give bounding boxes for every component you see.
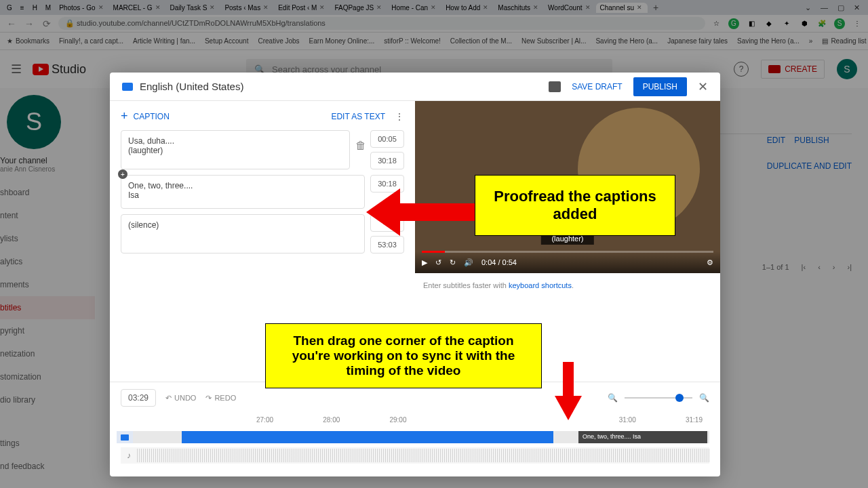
keyboard-hint: Enter subtitles faster with keyboard sho…: [415, 273, 720, 298]
modal-header: English (United States) SAVE DRAFT PUBLI…: [110, 73, 720, 101]
feedback-icon[interactable]: [549, 81, 561, 92]
subtitle-track-icon: [117, 431, 133, 443]
video-time: 0:04 / 0:54: [481, 258, 517, 266]
arrow-left-icon: [366, 188, 475, 236]
publish-button[interactable]: PUBLISH: [633, 77, 687, 96]
more-icon[interactable]: ⋮: [395, 111, 404, 122]
caption-block[interactable]: One, two, three.... Isa: [578, 431, 707, 443]
save-draft-button[interactable]: SAVE DRAFT: [572, 82, 622, 92]
annotation-callout: Then drag one corner of the caption you'…: [265, 323, 542, 388]
add-caption-button[interactable]: +CAPTION: [121, 109, 170, 123]
caption-text-input[interactable]: Usa, duha.... (laughter): [121, 130, 350, 169]
gear-icon[interactable]: ⚙: [707, 258, 713, 267]
rewind-icon[interactable]: ↺: [435, 258, 441, 267]
waveform: [137, 449, 709, 462]
redo-button[interactable]: ↷ REDO: [205, 394, 236, 403]
caption-block[interactable]: [182, 431, 553, 443]
end-time-input[interactable]: 30:18: [370, 152, 404, 169]
plus-icon: +: [121, 109, 128, 123]
timeline: 03:29 ↶ UNDO ↷ REDO 🔍 🔍 27:00 28:00 29:0…: [110, 382, 720, 476]
zoom-in-icon[interactable]: 🔍: [699, 393, 709, 403]
trash-icon[interactable]: 🗑: [355, 140, 365, 150]
end-time-input[interactable]: 53:03: [370, 236, 404, 253]
music-note-icon: ♪: [121, 451, 137, 460]
caption-row: + One, two, three.... Isa 30:18: [121, 175, 404, 209]
volume-icon[interactable]: 🔊: [464, 258, 473, 267]
modal-title: English (United States): [140, 81, 243, 92]
annotation-callout: Proofread the captions added: [475, 175, 675, 236]
zoom-slider[interactable]: [625, 397, 692, 399]
forward-icon[interactable]: ↻: [450, 258, 456, 267]
edit-as-text-button[interactable]: EDIT AS TEXT: [331, 112, 385, 121]
start-time-input[interactable]: 00:05: [370, 130, 404, 148]
caption-text-input[interactable]: (silence): [121, 214, 365, 253]
close-icon[interactable]: ✕: [698, 79, 708, 94]
subtitle-editor-modal: English (United States) SAVE DRAFT PUBLI…: [110, 73, 720, 476]
audio-track[interactable]: ♪: [121, 447, 709, 464]
play-icon[interactable]: ▶: [422, 258, 427, 267]
caption-row: Usa, duha.... (laughter) 🗑 00:05 30:18: [121, 130, 404, 169]
arrow-down-icon: [555, 362, 582, 423]
zoom-out-icon[interactable]: 🔍: [608, 393, 618, 403]
insert-caption-icon[interactable]: +: [118, 169, 127, 179]
subtitle-icon: [122, 83, 133, 91]
keyboard-shortcuts-link[interactable]: keyboard shortcuts: [509, 281, 572, 289]
undo-button[interactable]: ↶ UNDO: [165, 394, 196, 403]
caption-row: (silence) 47 53:03: [121, 214, 404, 253]
caption-text-input[interactable]: One, two, three.... Isa: [121, 175, 365, 209]
caption-track[interactable]: One, two, three.... Isa: [121, 431, 709, 443]
timeline-time-input[interactable]: 03:29: [121, 389, 156, 407]
timeline-ruler: 27:00 28:00 29:00 31:00 31:19: [121, 416, 709, 430]
